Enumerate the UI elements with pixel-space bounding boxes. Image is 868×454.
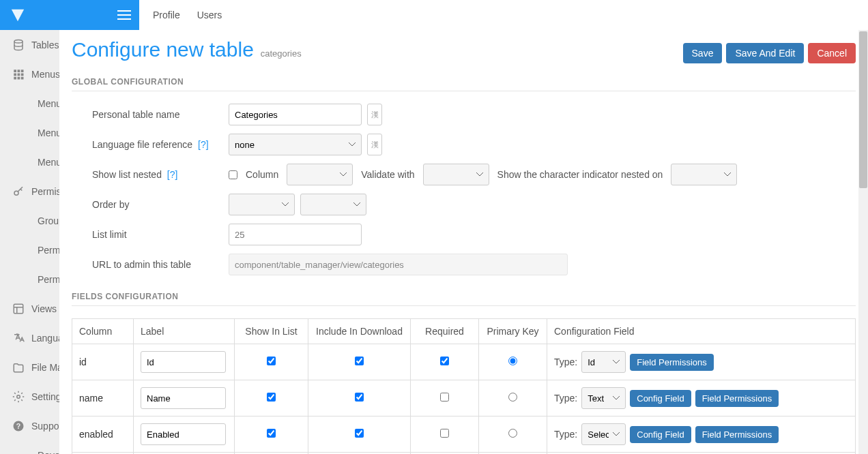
list-limit-label: List limit xyxy=(72,229,229,240)
show-char-indicator-label: Show the character indicator nested on xyxy=(497,169,663,180)
config-field-button[interactable]: Config Field xyxy=(630,390,691,407)
scrollbar-thumb[interactable] xyxy=(859,31,867,188)
scrollbar[interactable] xyxy=(858,30,868,454)
topbar-users[interactable]: Users xyxy=(197,10,222,20)
sidebar-item-support[interactable]: ?Support xyxy=(0,411,59,440)
lang-icon-button-2[interactable]: 漢 xyxy=(367,134,382,155)
database-icon xyxy=(12,39,25,51)
type-label: Type: xyxy=(554,357,577,367)
field-req-checkbox[interactable] xyxy=(440,429,449,438)
field-label-input[interactable] xyxy=(141,387,226,409)
page-title: Configure new table xyxy=(72,38,254,61)
show-list-nested-label: Show list nested xyxy=(92,169,162,180)
svg-rect-7 xyxy=(14,76,16,79)
sidebar-item-views[interactable]: Views xyxy=(0,294,59,323)
sidebar-item-settings[interactable]: Settings xyxy=(0,382,59,411)
sidebar-item-label: Views xyxy=(31,303,57,314)
sidebar-item-groups[interactable]: Groups xyxy=(0,206,59,235)
personal-table-name-input[interactable] xyxy=(229,104,362,125)
hamburger-menu[interactable] xyxy=(109,0,139,30)
col-header-column: Column xyxy=(72,319,134,344)
sidebar-item-menu[interactable]: Menu xyxy=(0,147,59,177)
field-req-checkbox[interactable] xyxy=(440,393,449,402)
sidebar-item-menus[interactable]: Menus xyxy=(0,59,59,89)
field-show-checkbox[interactable] xyxy=(267,357,276,365)
svg-rect-1 xyxy=(14,70,16,72)
field-type-select[interactable]: Select xyxy=(581,423,626,445)
col-header-include: Include In Download xyxy=(308,319,411,344)
sidebar-item-label: Support xyxy=(31,421,59,432)
field-permissions-button[interactable]: Field Permissions xyxy=(630,354,714,371)
field-type-select[interactable]: Id xyxy=(581,351,626,373)
show-list-nested-checkbox[interactable] xyxy=(229,170,237,179)
svg-rect-9 xyxy=(21,76,24,79)
table-row: enabledType:SelectConfig FieldField Perm… xyxy=(72,417,856,453)
field-permissions-button[interactable]: Field Permissions xyxy=(695,426,779,443)
field-inc-checkbox[interactable] xyxy=(355,429,364,438)
sidebar-item-permissions[interactable]: Permissions xyxy=(0,235,59,264)
field-type-select[interactable]: Text xyxy=(581,387,626,409)
save-button[interactable]: Save xyxy=(683,43,723,63)
col-header-pk: Primary Key xyxy=(479,319,547,344)
cancel-button[interactable]: Cancel xyxy=(808,43,856,63)
field-show-checkbox[interactable] xyxy=(267,393,276,402)
field-pk-radio[interactable] xyxy=(508,357,517,365)
topbar-profile[interactable]: Profile xyxy=(153,10,180,20)
language-file-ref-select[interactable]: none xyxy=(229,134,362,155)
sidebar-item-language[interactable]: Language xyxy=(0,323,59,352)
validate-with-select[interactable] xyxy=(423,164,489,185)
table-row: nameType:TextConfig FieldField Permissio… xyxy=(72,380,856,417)
help-icon: ? xyxy=(12,420,25,432)
sidebar-item-label: Menus xyxy=(31,69,59,80)
svg-point-0 xyxy=(14,40,23,43)
sidebar-item-permissions[interactable]: Permissions xyxy=(0,177,59,206)
table-row: idType:IdField Permissions xyxy=(72,344,856,380)
col-header-config: Configuration Field xyxy=(547,319,856,344)
sidebar-item-developer[interactable]: Developer xyxy=(0,440,59,454)
sidebar-item-file-manager[interactable]: File Manager xyxy=(0,352,59,382)
field-inc-checkbox[interactable] xyxy=(355,393,364,402)
field-label-input[interactable] xyxy=(141,423,226,445)
list-limit-input[interactable] xyxy=(229,224,362,245)
field-permissions-button[interactable]: Field Permissions xyxy=(695,390,779,407)
column-select[interactable] xyxy=(287,164,353,185)
sidebar-item-label: Menu xyxy=(38,127,59,138)
svg-rect-6 xyxy=(21,73,24,76)
svg-rect-2 xyxy=(18,70,20,72)
sidebar-item-permissions[interactable]: Permissions xyxy=(0,264,59,294)
field-column-name: id xyxy=(72,344,134,380)
svg-rect-4 xyxy=(14,73,16,76)
svg-rect-11 xyxy=(14,304,23,314)
sidebar-item-menu[interactable]: Menu xyxy=(0,118,59,147)
field-pk-radio[interactable] xyxy=(508,429,517,438)
type-label: Type: xyxy=(554,429,577,440)
field-inc-checkbox[interactable] xyxy=(355,357,364,365)
order-by-dir-select[interactable] xyxy=(300,194,366,215)
column-label: Column xyxy=(246,169,278,180)
app-logo[interactable] xyxy=(0,0,109,30)
field-pk-radio[interactable] xyxy=(508,393,517,402)
order-by-label: Order by xyxy=(72,199,229,210)
field-label-input[interactable] xyxy=(141,351,226,373)
sidebar-item-label: File Manager xyxy=(31,362,59,373)
sidebar-item-tables[interactable]: Tables xyxy=(0,30,59,59)
lang-icon-button[interactable]: 漢 xyxy=(367,104,382,125)
col-header-required: Required xyxy=(411,319,479,344)
order-by-field-select[interactable] xyxy=(229,194,295,215)
char-indicator-select[interactable] xyxy=(671,164,737,185)
config-field-button[interactable]: Config Field xyxy=(630,426,691,443)
field-req-checkbox[interactable] xyxy=(440,357,449,365)
sidebar-item-label: Groups xyxy=(38,215,59,226)
sidebar-item-label: Menu xyxy=(38,98,59,109)
lang-icon xyxy=(12,332,25,344)
svg-rect-3 xyxy=(21,70,24,72)
sidebar-item-menu[interactable]: Menu xyxy=(0,89,59,118)
hamburger-icon xyxy=(117,10,131,20)
svg-point-10 xyxy=(14,191,18,195)
help-icon[interactable]: [?] xyxy=(198,139,209,150)
col-header-show: Show In List xyxy=(235,319,308,344)
help-icon[interactable]: [?] xyxy=(167,169,178,180)
field-show-checkbox[interactable] xyxy=(267,429,276,438)
save-and-edit-button[interactable]: Save And Edit xyxy=(726,43,804,63)
col-header-label: Label xyxy=(134,319,235,344)
